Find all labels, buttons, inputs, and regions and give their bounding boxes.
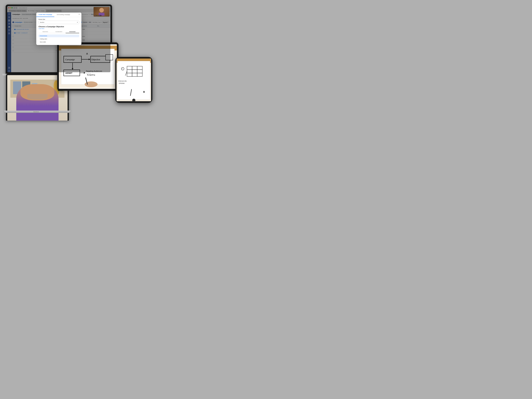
svg-text:FOCUS ON: FOCUS ON xyxy=(119,80,127,82)
video-call-label: Melissa and Paul Pru... xyxy=(94,15,101,16)
obj-tab-conversion[interactable]: Conversion xyxy=(66,31,79,33)
svg-text:ADSET: ADSET xyxy=(65,72,72,74)
webcam-person xyxy=(16,84,58,120)
phone-content: Y FOCUS ON xyxy=(117,58,151,101)
obj-item-catalog-sales[interactable]: Catalog sales xyxy=(38,38,79,40)
phone-outer: Y FOCUS ON xyxy=(115,57,152,103)
phone-home-button[interactable] xyxy=(132,99,135,102)
create-campaign-modal: Create New Campaign Use Existing Campaig… xyxy=(36,13,82,45)
modal-header: Create New Campaign Use Existing Campaig… xyxy=(36,13,82,17)
person-beard xyxy=(27,94,48,100)
objective-tabs: Awareness Consideration Conversion xyxy=(38,31,79,33)
obj-tab-consideration[interactable]: Consideration xyxy=(52,31,66,33)
svg-text:Y: Y xyxy=(122,68,123,70)
macbook-label: MacBook xyxy=(33,111,39,113)
objective-title: Choose a Campaign Objective xyxy=(38,26,79,28)
phone-screen: Y FOCUS ON xyxy=(117,58,151,101)
svg-text:B: B xyxy=(143,91,145,93)
modal-body: Buying Type Auction ▾ Choose a Campaign … xyxy=(36,17,82,45)
objective-items: Conversions Catalog sales Store traffic xyxy=(38,34,79,43)
fb-app: ⌂ ⊞ ≡ ♟ 📊 ✎ ⊕ ⚙ ? Campaigns xyxy=(7,12,110,72)
laptop-device: ‹ › business.facebook.com (99+) Ads Mana… xyxy=(6,5,115,82)
modal-overlay[interactable]: Create New Campaign Use Existing Campaig… xyxy=(11,12,110,72)
fb-main: Campaigns Internet Marketing Biz (370692… xyxy=(11,12,110,72)
obj-item-conversions[interactable]: Conversions xyxy=(38,34,79,37)
learn-more-link[interactable]: Learn More xyxy=(38,28,79,29)
modal-tab-existing[interactable]: Use Existing Campaign xyxy=(54,13,72,17)
laptop-screen-outer: ‹ › business.facebook.com (99+) Ads Mana… xyxy=(6,5,112,74)
video-call-overlay: Melissa and Paul Pru... xyxy=(94,7,110,17)
modal-tab-create[interactable]: Create New Campaign xyxy=(36,13,54,17)
phone-device: Y FOCUS ON xyxy=(115,57,152,103)
buying-type-select[interactable]: Auction ▾ xyxy=(38,21,79,24)
buying-type-label: Buying Type xyxy=(38,19,79,20)
person-face xyxy=(20,84,54,101)
phone-diagram: Y FOCUS ON xyxy=(117,58,151,101)
scene: ‹ › business.facebook.com (99+) Ads Mana… xyxy=(4,2,173,131)
obj-tab-awareness[interactable]: Awareness xyxy=(38,31,52,33)
svg-text:Budgeting: Budgeting xyxy=(87,74,95,76)
laptop-screen-inner: ‹ › business.facebook.com (99+) Ads Mana… xyxy=(7,6,110,72)
svg-text:STRONG: STRONG xyxy=(119,82,125,84)
modal-close-button[interactable]: ✕ xyxy=(77,13,82,17)
obj-item-store-traffic[interactable]: Store traffic xyxy=(38,41,79,43)
